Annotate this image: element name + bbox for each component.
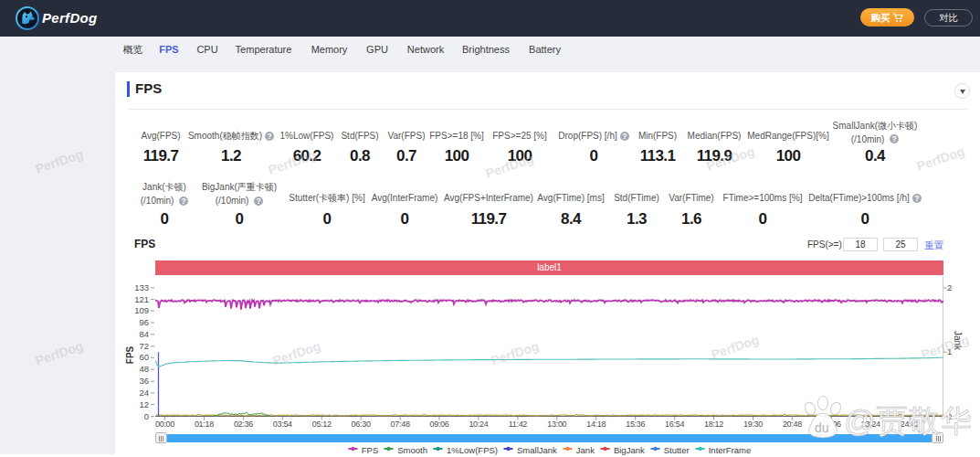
svg-text:du: du bbox=[815, 420, 829, 435]
